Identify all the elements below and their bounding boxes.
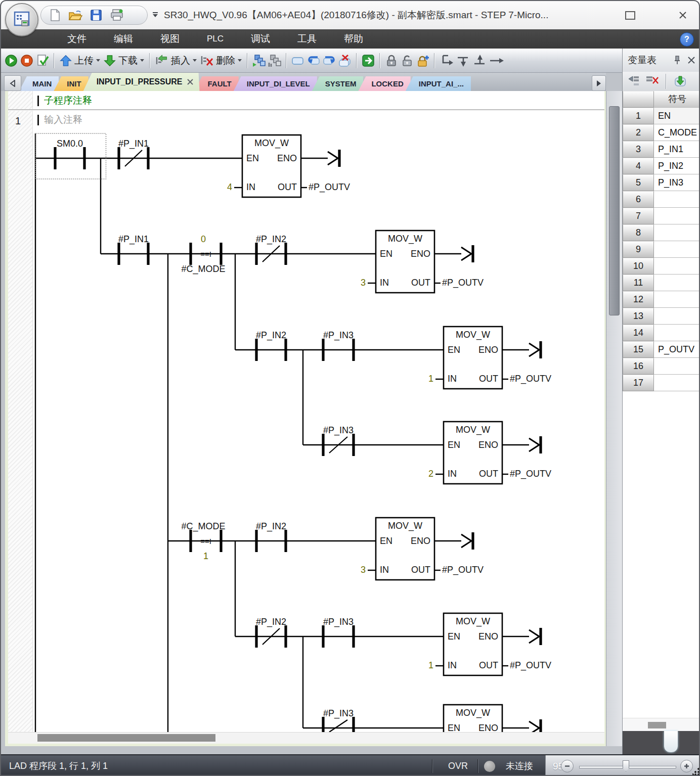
- contact-p-in2-no[interactable]: #P_IN2: [256, 330, 286, 361]
- contact-p-in2-nc[interactable]: #P_IN2: [256, 617, 286, 648]
- line-right-tool-icon[interactable]: [489, 54, 504, 68]
- upload-button[interactable]: 上传: [59, 54, 101, 67]
- close-button[interactable]: [672, 8, 694, 22]
- lock-add-icon[interactable]: [416, 54, 430, 68]
- tab-input-ai[interactable]: INPUT_AI_...: [406, 76, 471, 91]
- table-row[interactable]: 14: [623, 325, 700, 341]
- bookmark-icon[interactable]: [291, 54, 305, 68]
- table-row[interactable]: 17: [623, 375, 700, 391]
- pou-blocks-icon[interactable]: [252, 54, 266, 68]
- customize-quick-access-icon[interactable]: [153, 12, 158, 17]
- contact-p-in3-nc[interactable]: #P_IN3: [323, 425, 354, 456]
- ladder-canvas[interactable]: 1 子程序注释 输入注释: [8, 91, 604, 732]
- data-blocks-icon[interactable]: [268, 54, 282, 68]
- contact-p-in3-no[interactable]: #P_IN3: [323, 330, 354, 361]
- mov-w-box[interactable]: MOV_W EN ENO IN OUT 1 #P_OUTV: [428, 327, 551, 389]
- symbol-cell[interactable]: [654, 358, 700, 375]
- table-row[interactable]: 7: [623, 208, 700, 224]
- tab-system[interactable]: SYSTEM: [312, 76, 364, 91]
- symbol-cell[interactable]: P_IN2: [654, 158, 700, 174]
- maximize-button[interactable]: [619, 8, 641, 22]
- mov-w-box[interactable]: MOV_W EN ENO IN OUT 4 #P_OUTV: [227, 135, 350, 197]
- contact-p-in1-nc[interactable]: #P_IN1: [118, 139, 149, 169]
- tab-input-di-pressure[interactable]: INPUT_DI_PRESSURE: [83, 73, 200, 91]
- help-icon[interactable]: ?: [680, 32, 694, 47]
- resize-grip[interactable]: [692, 768, 699, 775]
- mov-w-box[interactable]: MOV_W EN ENO IN OUT 1 #P_OUTV: [428, 613, 551, 675]
- editor-horizontal-scrollbar[interactable]: [8, 732, 604, 744]
- menu-view[interactable]: 视图: [147, 29, 193, 49]
- prev-bookmark-icon[interactable]: [307, 54, 321, 68]
- zoom-out-button[interactable]: [561, 760, 574, 772]
- network-comment[interactable]: 输入注释: [37, 113, 82, 126]
- stop-button[interactable]: [20, 54, 34, 68]
- print-icon[interactable]: [110, 9, 124, 22]
- download-button[interactable]: 下载: [103, 54, 145, 67]
- contact-sm0.0[interactable]: SM0.0: [55, 139, 84, 169]
- panel-horizontal-scrollbar[interactable]: [623, 718, 700, 732]
- download-table-icon[interactable]: [673, 75, 687, 88]
- insert-dropdown-icon[interactable]: [193, 59, 197, 62]
- new-file-icon[interactable]: [49, 9, 61, 22]
- zoom-slider-thumb[interactable]: [623, 760, 629, 771]
- tab-scroll-right-button[interactable]: [592, 75, 606, 91]
- upload-dropdown-icon[interactable]: [96, 59, 100, 62]
- table-row[interactable]: 12: [623, 291, 700, 308]
- table-row[interactable]: 3P_IN1: [623, 141, 700, 158]
- download-dropdown-icon[interactable]: [140, 59, 144, 62]
- horizontal-scroll-thumb[interactable]: [37, 734, 215, 742]
- symbol-cell[interactable]: P_OUTV: [654, 341, 700, 358]
- open-file-icon[interactable]: [68, 9, 82, 22]
- clear-bookmarks-icon[interactable]: [338, 54, 352, 68]
- menu-debug[interactable]: 调试: [237, 29, 284, 49]
- table-row[interactable]: 15P_OUTV: [623, 341, 700, 358]
- panel-scroll-thumb[interactable]: [648, 722, 666, 728]
- app-menu-button[interactable]: [5, 3, 38, 36]
- ladder-diagram[interactable]: SM0.0 #P_IN1 MOV_W EN ENO IN OUT: [32, 127, 604, 732]
- delete-button[interactable]: 删除: [199, 54, 243, 67]
- delete-row-icon[interactable]: [645, 75, 659, 88]
- compile-button[interactable]: [35, 54, 50, 68]
- tab-scroll-left-button[interactable]: [4, 75, 21, 91]
- table-row[interactable]: 9: [623, 241, 700, 258]
- symbol-cell[interactable]: [654, 224, 700, 241]
- table-row[interactable]: 2C_MODE: [623, 124, 700, 141]
- mov-w-box[interactable]: MOV_W EN ENO IN OUT 3 #P_OUTV: [361, 231, 484, 293]
- symbol-cell[interactable]: [654, 375, 700, 391]
- table-row[interactable]: 4P_IN2: [623, 158, 700, 174]
- tab-fault[interactable]: FAULT: [195, 76, 239, 91]
- mov-w-box[interactable]: MOV_W EN ENO IN OUT 3 #P_OUTV: [361, 518, 484, 580]
- symbol-cell[interactable]: [654, 275, 700, 291]
- line-left-tool-icon[interactable]: [472, 54, 488, 68]
- menu-file[interactable]: 文件: [54, 29, 100, 49]
- pin-icon[interactable]: [672, 55, 683, 66]
- symbol-cell[interactable]: P_IN3: [654, 174, 700, 191]
- unlock-icon[interactable]: [400, 54, 414, 68]
- symbol-cell[interactable]: EN: [654, 108, 700, 124]
- contact-p-in2-nc[interactable]: #P_IN2: [256, 234, 286, 265]
- panel-slider-handle[interactable]: [664, 731, 678, 752]
- symbol-cell[interactable]: C_MODE: [654, 124, 700, 141]
- menu-help[interactable]: 帮助: [330, 29, 377, 49]
- symbol-cell[interactable]: [654, 291, 700, 308]
- line-down-tool-icon[interactable]: [439, 54, 454, 68]
- goto-icon[interactable]: [361, 54, 375, 68]
- table-row[interactable]: 1EN: [623, 108, 700, 124]
- contact-p-in2-no[interactable]: #P_IN2: [256, 521, 286, 552]
- symbol-cell[interactable]: [654, 208, 700, 224]
- vertical-scroll-thumb[interactable]: [609, 106, 620, 315]
- table-row[interactable]: 10: [623, 258, 700, 275]
- table-row[interactable]: 11: [623, 275, 700, 291]
- menu-edit[interactable]: 编辑: [100, 29, 147, 49]
- table-row[interactable]: 13: [623, 308, 700, 325]
- zoom-in-button[interactable]: [680, 760, 693, 772]
- contact-p-in1-no[interactable]: #P_IN1: [118, 234, 149, 265]
- table-row[interactable]: 5P_IN3: [623, 174, 700, 191]
- next-bookmark-icon[interactable]: [322, 54, 336, 68]
- tab-main[interactable]: MAIN: [19, 76, 59, 91]
- tab-close-icon[interactable]: [183, 78, 196, 85]
- table-row[interactable]: 16: [623, 358, 700, 375]
- subroutine-comment[interactable]: 子程序注释: [37, 94, 92, 107]
- save-icon[interactable]: [90, 9, 103, 22]
- mov-w-box[interactable]: MOV_W EN ENO IN OUT 2 #P_OUTV: [428, 422, 551, 484]
